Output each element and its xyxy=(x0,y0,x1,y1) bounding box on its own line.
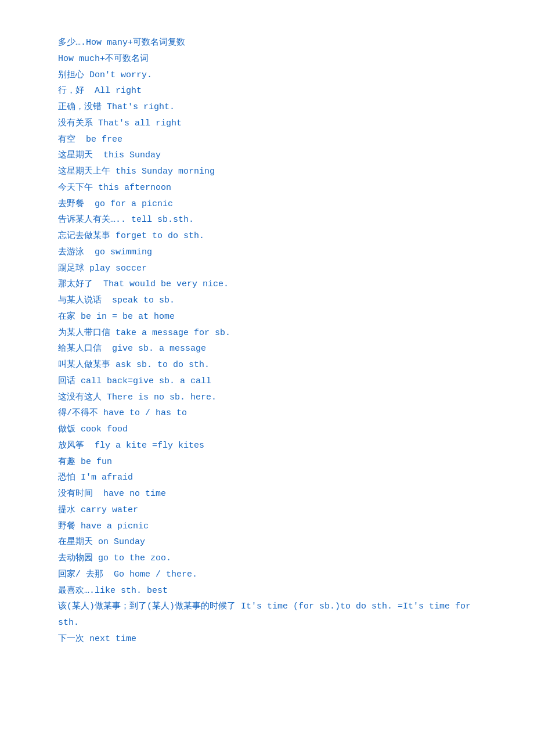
phrase-line-15: 踢足球 play soccer xyxy=(58,261,488,277)
phrase-list: 多少….How many+可数名词复数How much+不可数名词别担心 Don… xyxy=(58,35,488,647)
phrase-line-33: 去动物园 go to the zoo. xyxy=(58,550,488,567)
phrase-line-21: 叫某人做某事 ask sb. to do sth. xyxy=(58,357,488,373)
phrase-line-12: 告诉某人有关….. tell sb.sth. xyxy=(58,212,488,228)
phrase-line-7: 有空 be free xyxy=(58,132,488,148)
phrase-line-29: 没有时间 have no time xyxy=(58,486,488,502)
phrase-line-9: 这星期天上午 this Sunday morning xyxy=(58,164,488,180)
phrase-line-8: 这星期天 this Sunday xyxy=(58,147,488,164)
phrase-line-25: 做饭 cook food xyxy=(58,422,488,438)
phrase-line-4: 行，好 All right xyxy=(58,83,488,99)
phrase-line-13: 忘记去做某事 forget to do sth. xyxy=(58,228,488,244)
phrase-line-35: 最喜欢….like sth. best xyxy=(58,583,488,599)
phrase-line-6: 没有关系 That's all right xyxy=(58,116,488,132)
phrase-line-11: 去野餐 go for a picnic xyxy=(58,196,488,213)
phrase-line-28: 恐怕 I'm afraid xyxy=(58,470,488,486)
phrase-line-36: 该(某人)做某事；到了(某人)做某事的时候了 It's time (for sb… xyxy=(58,599,488,631)
phrase-line-14: 去游泳 go swimming xyxy=(58,244,488,261)
phrase-line-37: 下一次 next time xyxy=(58,631,488,647)
phrase-line-22: 回话 call back=give sb. a call xyxy=(58,373,488,390)
phrase-line-26: 放风筝 fly a kite =fly kites xyxy=(58,438,488,454)
phrase-line-10: 今天下午 this afternoon xyxy=(58,180,488,196)
phrase-line-16: 那太好了 That would be very nice. xyxy=(58,276,488,293)
phrase-line-19: 为某人带口信 take a message for sb. xyxy=(58,325,488,341)
phrase-line-20: 给某人口信 give sb. a message xyxy=(58,341,488,357)
phrase-line-27: 有趣 be fun xyxy=(58,454,488,470)
phrase-line-5: 正确，没错 That's right. xyxy=(58,99,488,116)
phrase-line-30: 提水 carry water xyxy=(58,502,488,519)
phrase-line-2: How much+不可数名词 xyxy=(58,51,488,67)
phrase-line-1: 多少….How many+可数名词复数 xyxy=(58,35,488,51)
phrase-line-3: 别担心 Don't worry. xyxy=(58,67,488,84)
phrase-line-34: 回家/ 去那 Go home / there. xyxy=(58,567,488,583)
phrase-line-18: 在家 be in = be at home xyxy=(58,309,488,325)
phrase-line-31: 野餐 have a picnic xyxy=(58,519,488,535)
phrase-line-17: 与某人说话 speak to sb. xyxy=(58,293,488,309)
phrase-line-24: 得/不得不 have to / has to xyxy=(58,405,488,422)
phrase-line-23: 这没有这人 There is no sb. here. xyxy=(58,390,488,406)
phrase-line-32: 在星期天 on Sunday xyxy=(58,534,488,550)
